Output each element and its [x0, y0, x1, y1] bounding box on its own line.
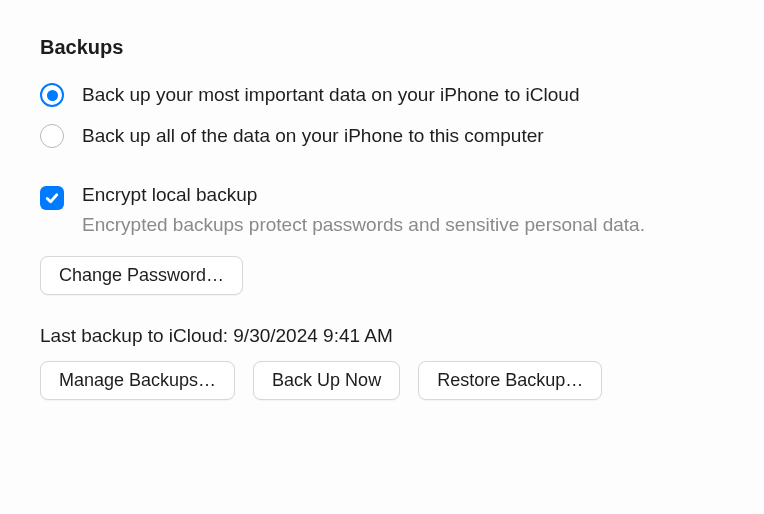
- backup-option-icloud[interactable]: Back up your most important data on your…: [40, 83, 724, 108]
- manage-backups-button[interactable]: Manage Backups…: [40, 361, 235, 400]
- checkbox-checked-icon: [40, 186, 64, 210]
- last-backup-status: Last backup to iCloud: 9/30/2024 9:41 AM: [40, 325, 724, 347]
- backups-heading: Backups: [40, 36, 724, 59]
- radio-unselected-icon: [40, 124, 64, 148]
- back-up-now-button[interactable]: Back Up Now: [253, 361, 400, 400]
- encrypt-text-block: Encrypt local backup Encrypted backups p…: [82, 184, 645, 236]
- restore-backup-button[interactable]: Restore Backup…: [418, 361, 602, 400]
- encrypt-sublabel: Encrypted backups protect passwords and …: [82, 214, 645, 236]
- backup-action-bar: Manage Backups… Back Up Now Restore Back…: [40, 361, 724, 400]
- change-password-button[interactable]: Change Password…: [40, 256, 243, 295]
- encrypt-label: Encrypt local backup: [82, 184, 645, 206]
- encrypt-local-backup-row[interactable]: Encrypt local backup Encrypted backups p…: [40, 184, 724, 236]
- backup-option-local-label: Back up all of the data on your iPhone t…: [82, 124, 544, 149]
- radio-selected-icon: [40, 83, 64, 107]
- backup-option-local[interactable]: Back up all of the data on your iPhone t…: [40, 124, 724, 149]
- backup-option-icloud-label: Back up your most important data on your…: [82, 83, 579, 108]
